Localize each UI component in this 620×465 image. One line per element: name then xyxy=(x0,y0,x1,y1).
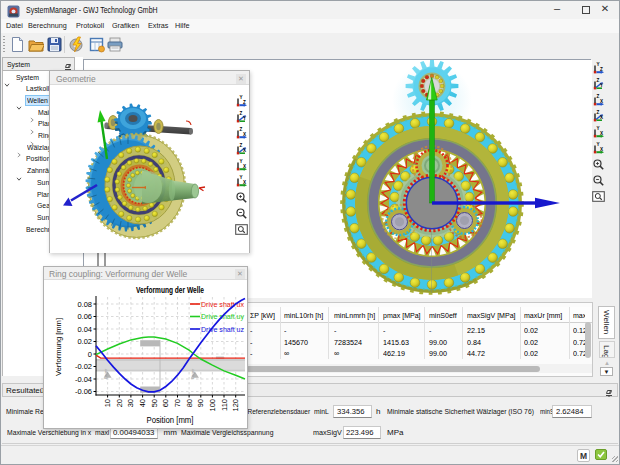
svg-text:X: X xyxy=(600,115,604,120)
svg-text:30: 30 xyxy=(126,399,135,407)
svg-text:40: 40 xyxy=(138,399,147,407)
svg-text:-0.02: -0.02 xyxy=(75,362,92,371)
svg-text:120: 120 xyxy=(231,399,240,412)
svg-text:Y: Y xyxy=(600,83,603,88)
svg-text:Z: Z xyxy=(243,100,246,105)
svg-text:Drive shaft uz: Drive shaft uz xyxy=(201,325,244,334)
svg-text:X: X xyxy=(243,180,247,185)
svg-text:X: X xyxy=(600,147,604,152)
svg-text:0.06: 0.06 xyxy=(77,312,92,321)
svg-text:Z: Z xyxy=(600,67,603,72)
svg-text:20: 20 xyxy=(115,399,124,407)
svg-text:70: 70 xyxy=(173,399,182,407)
svg-text:X: X xyxy=(243,148,247,153)
svg-text:X: X xyxy=(600,131,604,136)
svg-text:Lager: Lager xyxy=(103,368,108,379)
svg-text:Verformung der Welle: Verformung der Welle xyxy=(136,285,204,295)
svg-text:50: 50 xyxy=(150,399,159,407)
svg-text:X: X xyxy=(600,99,604,104)
svg-text:0.04: 0.04 xyxy=(77,325,92,334)
svg-text:X: X xyxy=(243,132,247,137)
svg-text:90: 90 xyxy=(196,399,205,407)
svg-text:Position [mm]: Position [mm] xyxy=(147,415,194,425)
svg-text:80: 80 xyxy=(185,399,194,407)
svg-text:60: 60 xyxy=(161,399,170,407)
svg-text:0.02: 0.02 xyxy=(77,337,92,346)
svg-text:Y: Y xyxy=(243,116,246,121)
svg-text:0.08: 0.08 xyxy=(77,300,92,309)
svg-text:Drive shaft ux: Drive shaft ux xyxy=(201,300,244,309)
svg-text:X: X xyxy=(243,164,247,169)
svg-text:Lager: Lager xyxy=(190,368,195,379)
svg-text:-0.04: -0.04 xyxy=(75,375,92,384)
svg-text:10: 10 xyxy=(103,399,112,407)
svg-text:0: 0 xyxy=(88,350,92,359)
svg-text:Verformung [mm]: Verformung [mm] xyxy=(54,318,63,376)
svg-text:100: 100 xyxy=(208,399,217,412)
svg-text:110: 110 xyxy=(220,399,229,411)
svg-text:-0.06: -0.06 xyxy=(75,387,92,396)
